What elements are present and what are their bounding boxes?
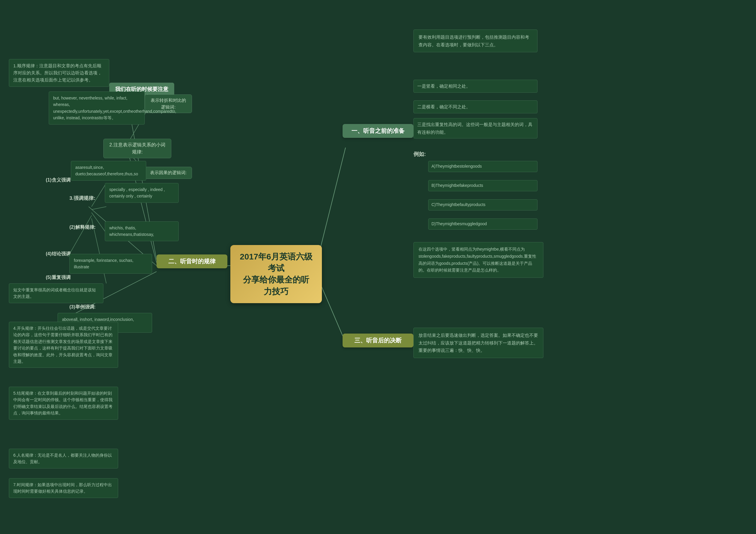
svg-line-6 — [319, 280, 345, 342]
example-label: (3)举例强调: — [69, 304, 96, 310]
svg-line-5 — [319, 147, 345, 254]
emphasize-meaning-label: (1)含义强调 — [46, 177, 70, 183]
before-analysis: 在这四个选项中，竖看相同点为theymightbe,横看不同点为stolengo… — [414, 242, 543, 278]
example-right-label: 例如: — [414, 150, 426, 158]
option-c: C)Theymightbefaultyproducts — [428, 199, 537, 210]
before-point2: 二是横看，确定不同之处。 — [414, 100, 537, 113]
explain-label: (2)解释规律: — [69, 224, 96, 230]
central-title-line2: 分享给你最全的听力技巧 — [243, 275, 309, 296]
conclusion-label: (4)结论强调 — [46, 251, 70, 257]
rule2-label: 2.注意表示逻辑关系的小词规律: — [103, 139, 171, 158]
after-listen-text: 放音结束之后要迅速做出判断，选定答案。如果不确定也不要太过纠结，应该放下这道题把… — [414, 328, 543, 358]
rule5-box: 5.结尾规律：在文章到最后的时刻和问题开始读的时刻中间会有一定时间的停顿。这个停… — [9, 387, 118, 420]
repeat-text: 短文中重复率很高的词或者概念往往就是该短文的主题。 — [9, 283, 103, 303]
rule6-box: 6.人名规律：无论是不是名人，都要关注人物的身份以及地位、贡献。 — [9, 449, 118, 468]
repeat-label: (5)重复强调 — [46, 275, 70, 281]
branch-before-listen: 一、听音之前的准备 — [342, 124, 414, 138]
logic-result-label: 表示因果的逻辑词: — [145, 167, 192, 179]
svg-line-10 — [92, 207, 106, 210]
option-b: B)Theymightbefakeproducts — [428, 180, 537, 191]
rule3-label: 3.强调规律: — [69, 195, 95, 201]
option-d: D)Theymightbesmuggledgood — [428, 219, 537, 230]
rule7-box: 7.时间规律：如果选项中出现时间，那么听力过程中出现时间时需要做好相关具体信息的… — [9, 478, 118, 498]
logic-result-words: asaresult,since, dueto;becauseof,therefo… — [71, 161, 146, 181]
especially-words: specially , especially , indeed , certai… — [105, 183, 179, 203]
option-a: A)Theymightbestolengoods — [428, 161, 537, 172]
before-point1: 一是竖看，确定相同之处。 — [414, 80, 537, 93]
explain-words: whichis, thatis, whichmeans,thatistosay, — [105, 221, 179, 241]
branch-listen-rules: 二、听音时的规律 — [156, 254, 228, 268]
before-point3: 三是找出重复性高的词。这些词一般是与主题相关的词，具有连标的功能。 — [414, 118, 537, 139]
logic-transition-words: but, however, nevertheless, while, infac… — [49, 92, 145, 124]
conclusion-words: forexample, forinstance, suchas, illustr… — [69, 254, 152, 274]
before-listen-intro: 要有效利用题目选项进行预判断，包括推测题目内容和考查内容。在看选项时，要做到以下… — [414, 30, 537, 52]
rule4-box: 4.开头规律：开头往往会引出话题，或是交代文章要讨论的内容，这些句子需要仔细听并… — [9, 322, 118, 368]
central-title-line1: 2017年6月英语六级考试 — [240, 252, 312, 273]
branch-after-listen: 三、听音后的决断 — [342, 334, 414, 347]
svg-line-12 — [68, 216, 92, 257]
rule1-box: 1.顺序规律：注意题目和文章的考点有先后顺序对应的关系。所以我们可以边听边看选项… — [9, 59, 109, 87]
central-node: 2017年6月英语六级考试 分享给你最全的听力技巧 — [230, 245, 322, 303]
